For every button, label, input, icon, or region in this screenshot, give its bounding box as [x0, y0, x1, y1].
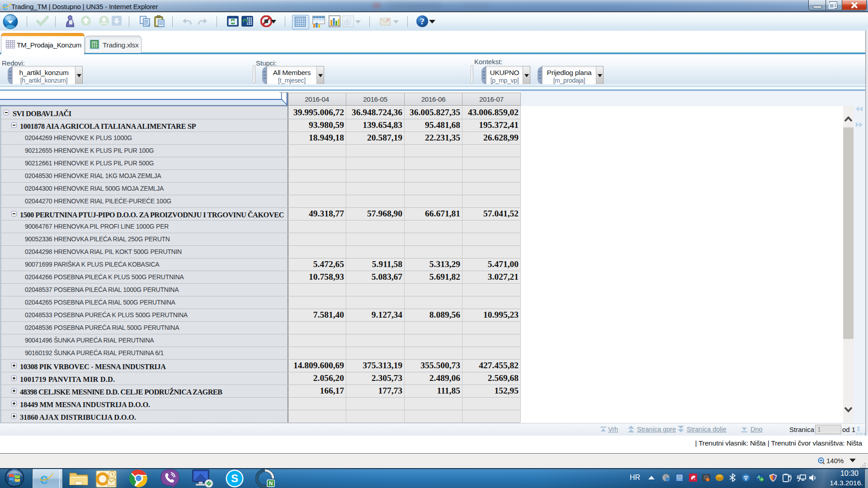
- svg-text:S: S: [231, 472, 238, 484]
- svg-text:?: ?: [420, 17, 425, 26]
- svg-text:N: N: [269, 480, 273, 487]
